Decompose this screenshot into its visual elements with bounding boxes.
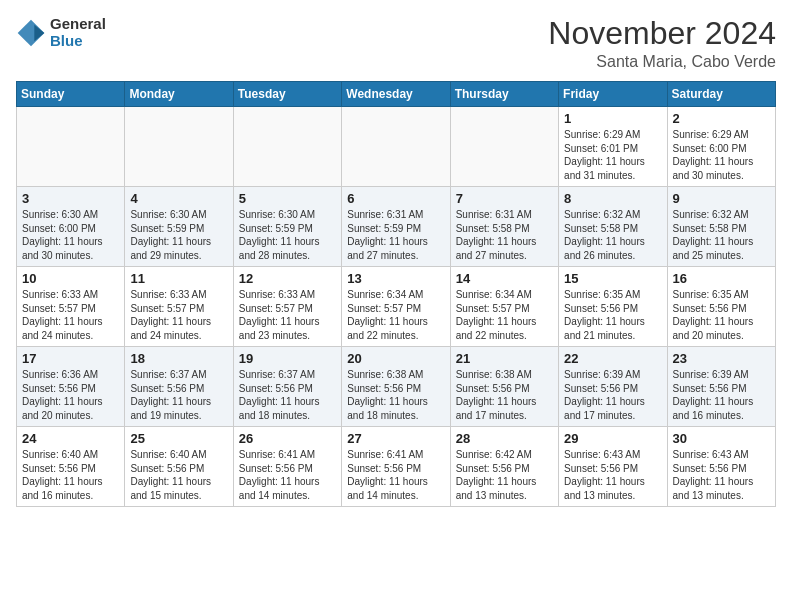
page: General Blue November 2024 Santa Maria, … — [0, 0, 792, 523]
day-info: Sunrise: 6:35 AM Sunset: 5:56 PM Dayligh… — [673, 288, 770, 342]
calendar-day-cell: 25Sunrise: 6:40 AM Sunset: 5:56 PM Dayli… — [125, 427, 233, 507]
calendar-day-cell: 1Sunrise: 6:29 AM Sunset: 6:01 PM Daylig… — [559, 107, 667, 187]
title-block: November 2024 Santa Maria, Cabo Verde — [548, 16, 776, 71]
svg-marker-1 — [34, 24, 44, 41]
day-info: Sunrise: 6:35 AM Sunset: 5:56 PM Dayligh… — [564, 288, 661, 342]
day-info: Sunrise: 6:31 AM Sunset: 5:58 PM Dayligh… — [456, 208, 553, 262]
calendar-day-cell: 11Sunrise: 6:33 AM Sunset: 5:57 PM Dayli… — [125, 267, 233, 347]
day-number: 30 — [673, 431, 770, 446]
day-info: Sunrise: 6:30 AM Sunset: 6:00 PM Dayligh… — [22, 208, 119, 262]
calendar-day-cell: 4Sunrise: 6:30 AM Sunset: 5:59 PM Daylig… — [125, 187, 233, 267]
calendar-day-cell: 5Sunrise: 6:30 AM Sunset: 5:59 PM Daylig… — [233, 187, 341, 267]
day-info: Sunrise: 6:38 AM Sunset: 5:56 PM Dayligh… — [347, 368, 444, 422]
calendar-day-cell: 7Sunrise: 6:31 AM Sunset: 5:58 PM Daylig… — [450, 187, 558, 267]
calendar-day-cell: 12Sunrise: 6:33 AM Sunset: 5:57 PM Dayli… — [233, 267, 341, 347]
day-number: 13 — [347, 271, 444, 286]
day-number: 16 — [673, 271, 770, 286]
weekday-header: Saturday — [667, 82, 775, 107]
logo-blue: Blue — [50, 33, 106, 50]
day-number: 14 — [456, 271, 553, 286]
day-info: Sunrise: 6:30 AM Sunset: 5:59 PM Dayligh… — [239, 208, 336, 262]
calendar-day-cell: 14Sunrise: 6:34 AM Sunset: 5:57 PM Dayli… — [450, 267, 558, 347]
day-number: 1 — [564, 111, 661, 126]
day-info: Sunrise: 6:39 AM Sunset: 5:56 PM Dayligh… — [564, 368, 661, 422]
calendar-week-row: 17Sunrise: 6:36 AM Sunset: 5:56 PM Dayli… — [17, 347, 776, 427]
calendar-week-row: 10Sunrise: 6:33 AM Sunset: 5:57 PM Dayli… — [17, 267, 776, 347]
logo: General Blue — [16, 16, 106, 49]
day-number: 24 — [22, 431, 119, 446]
weekday-header: Monday — [125, 82, 233, 107]
day-number: 10 — [22, 271, 119, 286]
day-info: Sunrise: 6:31 AM Sunset: 5:59 PM Dayligh… — [347, 208, 444, 262]
calendar-day-cell: 23Sunrise: 6:39 AM Sunset: 5:56 PM Dayli… — [667, 347, 775, 427]
calendar-day-cell: 19Sunrise: 6:37 AM Sunset: 5:56 PM Dayli… — [233, 347, 341, 427]
day-info: Sunrise: 6:42 AM Sunset: 5:56 PM Dayligh… — [456, 448, 553, 502]
calendar-day-cell: 9Sunrise: 6:32 AM Sunset: 5:58 PM Daylig… — [667, 187, 775, 267]
day-info: Sunrise: 6:43 AM Sunset: 5:56 PM Dayligh… — [564, 448, 661, 502]
day-info: Sunrise: 6:43 AM Sunset: 5:56 PM Dayligh… — [673, 448, 770, 502]
calendar-week-row: 24Sunrise: 6:40 AM Sunset: 5:56 PM Dayli… — [17, 427, 776, 507]
calendar-day-cell: 22Sunrise: 6:39 AM Sunset: 5:56 PM Dayli… — [559, 347, 667, 427]
calendar-day-cell: 15Sunrise: 6:35 AM Sunset: 5:56 PM Dayli… — [559, 267, 667, 347]
day-info: Sunrise: 6:29 AM Sunset: 6:00 PM Dayligh… — [673, 128, 770, 182]
day-info: Sunrise: 6:32 AM Sunset: 5:58 PM Dayligh… — [673, 208, 770, 262]
calendar-day-cell: 17Sunrise: 6:36 AM Sunset: 5:56 PM Dayli… — [17, 347, 125, 427]
day-number: 26 — [239, 431, 336, 446]
calendar-day-cell — [342, 107, 450, 187]
day-info: Sunrise: 6:33 AM Sunset: 5:57 PM Dayligh… — [22, 288, 119, 342]
calendar-day-cell: 30Sunrise: 6:43 AM Sunset: 5:56 PM Dayli… — [667, 427, 775, 507]
day-info: Sunrise: 6:34 AM Sunset: 5:57 PM Dayligh… — [347, 288, 444, 342]
day-number: 29 — [564, 431, 661, 446]
day-info: Sunrise: 6:32 AM Sunset: 5:58 PM Dayligh… — [564, 208, 661, 262]
calendar-day-cell: 6Sunrise: 6:31 AM Sunset: 5:59 PM Daylig… — [342, 187, 450, 267]
day-number: 3 — [22, 191, 119, 206]
calendar-day-cell — [233, 107, 341, 187]
day-info: Sunrise: 6:34 AM Sunset: 5:57 PM Dayligh… — [456, 288, 553, 342]
day-info: Sunrise: 6:30 AM Sunset: 5:59 PM Dayligh… — [130, 208, 227, 262]
calendar-day-cell: 28Sunrise: 6:42 AM Sunset: 5:56 PM Dayli… — [450, 427, 558, 507]
logo-icon — [16, 18, 46, 48]
location-title: Santa Maria, Cabo Verde — [548, 53, 776, 71]
day-info: Sunrise: 6:33 AM Sunset: 5:57 PM Dayligh… — [130, 288, 227, 342]
day-number: 25 — [130, 431, 227, 446]
day-number: 9 — [673, 191, 770, 206]
day-number: 2 — [673, 111, 770, 126]
weekday-header: Wednesday — [342, 82, 450, 107]
day-number: 7 — [456, 191, 553, 206]
calendar-header-row: SundayMondayTuesdayWednesdayThursdayFrid… — [17, 82, 776, 107]
day-number: 23 — [673, 351, 770, 366]
day-number: 27 — [347, 431, 444, 446]
calendar: SundayMondayTuesdayWednesdayThursdayFrid… — [16, 81, 776, 507]
day-info: Sunrise: 6:40 AM Sunset: 5:56 PM Dayligh… — [130, 448, 227, 502]
day-info: Sunrise: 6:40 AM Sunset: 5:56 PM Dayligh… — [22, 448, 119, 502]
calendar-day-cell — [450, 107, 558, 187]
calendar-day-cell: 26Sunrise: 6:41 AM Sunset: 5:56 PM Dayli… — [233, 427, 341, 507]
calendar-week-row: 1Sunrise: 6:29 AM Sunset: 6:01 PM Daylig… — [17, 107, 776, 187]
calendar-day-cell: 10Sunrise: 6:33 AM Sunset: 5:57 PM Dayli… — [17, 267, 125, 347]
calendar-day-cell: 27Sunrise: 6:41 AM Sunset: 5:56 PM Dayli… — [342, 427, 450, 507]
day-number: 20 — [347, 351, 444, 366]
weekday-header: Friday — [559, 82, 667, 107]
calendar-day-cell: 29Sunrise: 6:43 AM Sunset: 5:56 PM Dayli… — [559, 427, 667, 507]
weekday-header: Sunday — [17, 82, 125, 107]
day-info: Sunrise: 6:38 AM Sunset: 5:56 PM Dayligh… — [456, 368, 553, 422]
logo-general: General — [50, 16, 106, 33]
day-number: 19 — [239, 351, 336, 366]
calendar-day-cell — [125, 107, 233, 187]
day-number: 17 — [22, 351, 119, 366]
day-number: 6 — [347, 191, 444, 206]
day-number: 18 — [130, 351, 227, 366]
weekday-header: Tuesday — [233, 82, 341, 107]
calendar-day-cell: 20Sunrise: 6:38 AM Sunset: 5:56 PM Dayli… — [342, 347, 450, 427]
weekday-header: Thursday — [450, 82, 558, 107]
day-info: Sunrise: 6:37 AM Sunset: 5:56 PM Dayligh… — [239, 368, 336, 422]
calendar-day-cell: 24Sunrise: 6:40 AM Sunset: 5:56 PM Dayli… — [17, 427, 125, 507]
day-number: 4 — [130, 191, 227, 206]
day-info: Sunrise: 6:36 AM Sunset: 5:56 PM Dayligh… — [22, 368, 119, 422]
calendar-day-cell: 2Sunrise: 6:29 AM Sunset: 6:00 PM Daylig… — [667, 107, 775, 187]
calendar-day-cell: 3Sunrise: 6:30 AM Sunset: 6:00 PM Daylig… — [17, 187, 125, 267]
calendar-day-cell: 16Sunrise: 6:35 AM Sunset: 5:56 PM Dayli… — [667, 267, 775, 347]
day-number: 15 — [564, 271, 661, 286]
header: General Blue November 2024 Santa Maria, … — [16, 16, 776, 71]
calendar-week-row: 3Sunrise: 6:30 AM Sunset: 6:00 PM Daylig… — [17, 187, 776, 267]
